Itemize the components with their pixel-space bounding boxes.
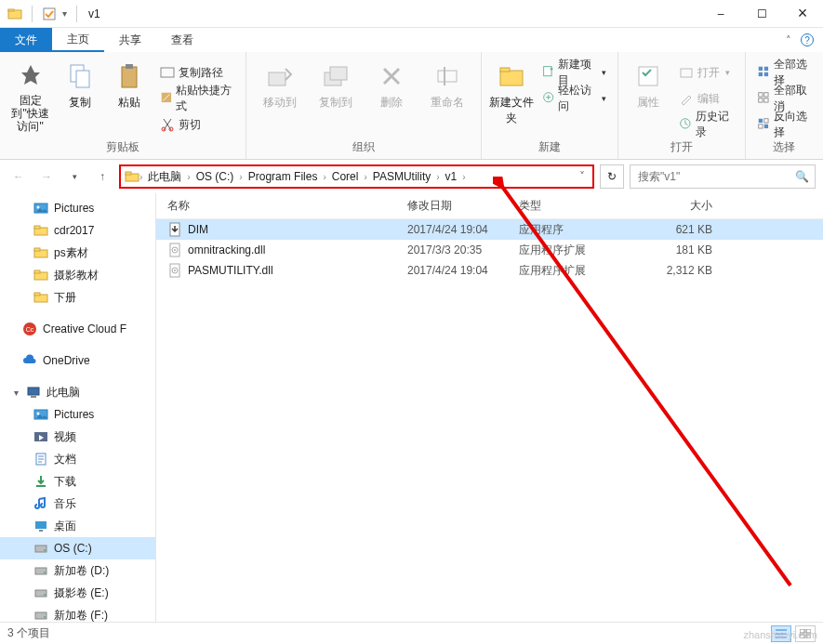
delete-button[interactable]: 删除 [365, 56, 418, 111]
rename-button[interactable]: 重命名 [421, 56, 473, 111]
paste-shortcut-button[interactable]: 粘贴快捷方式 [156, 87, 238, 110]
sidebar-item[interactable]: 桌面 [0, 515, 155, 537]
chevron-right-icon[interactable]: › [364, 172, 366, 182]
edit-button[interactable]: 编辑 [675, 87, 737, 110]
svg-point-61 [44, 572, 46, 573]
column-type[interactable]: 类型 [508, 198, 619, 214]
properties-button[interactable]: 属性 [626, 56, 671, 111]
address-bar[interactable]: ›此电脑›OS (C:)›Program Files›Corel›PASMUti… [119, 164, 594, 189]
move-to-button[interactable]: 移动到 [254, 56, 306, 111]
tab-share[interactable]: 共享 [104, 28, 156, 52]
up-button[interactable]: ↑ [91, 165, 113, 188]
chevron-right-icon[interactable]: › [139, 172, 142, 182]
sidebar-item[interactable]: Pictures [0, 197, 155, 219]
tab-file[interactable]: 文件 [0, 28, 52, 52]
sidebar-item-label: 视频 [54, 429, 76, 445]
drive-icon [33, 541, 48, 556]
file-date: 2017/3/3 20:35 [396, 243, 508, 256]
sidebar-item[interactable]: 下载 [0, 470, 155, 493]
column-name[interactable]: 名称 [156, 198, 396, 214]
pin-quick-label: 固定到"快速访问" [7, 95, 53, 133]
forward-button[interactable]: → [35, 165, 58, 188]
paste-button[interactable]: 粘贴 [106, 56, 152, 111]
invert-selection-button[interactable]: 反向选择 [753, 113, 816, 136]
history-button[interactable]: 历史记录 [675, 113, 737, 136]
sidebar[interactable]: Picturescdr2017ps素材摄影教材下册CcCreative Clou… [0, 193, 156, 622]
sidebar-item[interactable]: 文档 [0, 448, 155, 470]
sidebar-item[interactable]: 摄影教材 [0, 264, 155, 286]
column-headers[interactable]: 名称 修改日期 类型 大小 [156, 193, 823, 219]
file-list[interactable]: DIM2017/4/24 19:04应用程序621 KBomnitracking… [156, 219, 823, 622]
checkbox-icon[interactable] [42, 7, 57, 21]
svg-rect-15 [444, 67, 445, 85]
divider [32, 6, 33, 22]
select-all-button[interactable]: 全部选择 [753, 61, 816, 84]
sidebar-item[interactable]: CcCreative Cloud F [0, 318, 155, 340]
tab-home[interactable]: 主页 [52, 28, 104, 52]
chevron-right-icon[interactable]: › [323, 172, 325, 182]
sidebar-item[interactable]: OS (C:) [0, 537, 155, 559]
svg-rect-50 [31, 396, 36, 398]
breadcrumb-item[interactable]: v1 [442, 166, 461, 187]
copy-path-button[interactable]: 复制路径 [156, 61, 238, 84]
sidebar-item[interactable]: ▾此电脑 [0, 381, 155, 403]
search-input[interactable] [636, 169, 795, 184]
search-box[interactable]: 🔍 [630, 164, 816, 189]
qat-dropdown-icon[interactable]: ▾ [62, 8, 67, 19]
sidebar-item-label: 下载 [54, 474, 76, 490]
refresh-button[interactable]: ↻ [600, 164, 624, 189]
copy-to-button[interactable]: 复制到 [310, 56, 362, 111]
new-folder-button[interactable]: 新建文件夹 [489, 56, 535, 126]
file-row[interactable]: DIM2017/4/24 19:04应用程序621 KB [156, 219, 823, 240]
sidebar-item[interactable]: 视频 [0, 426, 155, 448]
new-item-button[interactable]: 新建项目▾ [538, 61, 610, 84]
svg-rect-11 [269, 72, 285, 85]
sidebar-item[interactable]: 新加卷 (D:) [0, 559, 155, 582]
breadcrumb-item[interactable]: OS (C:) [192, 166, 238, 187]
open-button[interactable]: 打开▾ [675, 61, 737, 84]
sidebar-item[interactable]: 下册 [0, 286, 155, 309]
easy-access-button[interactable]: 轻松访问▾ [538, 87, 610, 110]
chevron-right-icon[interactable]: › [462, 172, 465, 182]
breadcrumb-item[interactable]: 此电脑 [144, 166, 185, 187]
close-button[interactable]: × [782, 0, 823, 28]
sidebar-item[interactable]: 音乐 [0, 493, 155, 515]
help-icon[interactable]: ? [801, 33, 814, 46]
breadcrumb-item[interactable]: PASMUtility [369, 166, 434, 187]
column-size[interactable]: 大小 [619, 198, 731, 214]
sidebar-item[interactable]: Pictures [0, 403, 155, 426]
sidebar-item[interactable]: ps素材 [0, 242, 155, 264]
file-size: 2,312 KB [619, 264, 731, 277]
address-dropdown-icon[interactable]: ˅ [576, 170, 589, 183]
chevron-right-icon[interactable]: › [239, 172, 242, 182]
cut-button[interactable]: 剪切 [156, 113, 238, 136]
recent-dropdown[interactable]: ▾ [63, 165, 86, 188]
sidebar-item[interactable]: 新加卷 (F:) [0, 604, 155, 622]
sidebar-item[interactable]: 摄影卷 (E:) [0, 582, 155, 604]
back-button[interactable]: ← [7, 165, 30, 188]
svg-rect-32 [764, 125, 768, 128]
column-date[interactable]: 修改日期 [396, 198, 508, 214]
ribbon: 固定到"快速访问" 复制 粘贴 复制路径 粘贴快捷方式 剪切 剪贴板 移动到 复… [0, 52, 823, 160]
tab-view[interactable]: 查看 [156, 28, 208, 52]
select-none-button[interactable]: 全部取消 [753, 87, 816, 110]
search-icon[interactable]: 🔍 [795, 170, 809, 183]
chevron-right-icon[interactable]: › [187, 172, 190, 182]
sidebar-item[interactable]: cdr2017 [0, 219, 155, 242]
file-row[interactable]: PASMUTILITY.dll2017/4/24 19:04应用程序扩展2,31… [156, 260, 823, 281]
copy-button[interactable]: 复制 [57, 56, 102, 111]
svg-rect-27 [759, 93, 763, 97]
ribbon-tabs: 文件 主页 共享 查看 ˄ ? [0, 28, 823, 52]
ribbon-collapse-icon[interactable]: ˄ [786, 34, 791, 46]
select-none-icon [757, 91, 770, 106]
chevron-right-icon[interactable]: › [436, 172, 439, 182]
maximize-button[interactable]: ☐ [741, 0, 782, 28]
file-row[interactable]: omnitracking.dll2017/3/3 20:35应用程序扩展181 … [156, 240, 823, 260]
sidebar-item[interactable]: OneDrive [0, 349, 155, 372]
breadcrumb-item[interactable]: Program Files [245, 166, 322, 187]
copy-to-icon [321, 61, 351, 91]
pin-quick-access-button[interactable]: 固定到"快速访问" [7, 56, 53, 133]
minimize-button[interactable]: – [700, 0, 741, 28]
breadcrumb-item[interactable]: Corel [328, 166, 363, 187]
caret-icon[interactable]: ▾ [11, 388, 20, 398]
